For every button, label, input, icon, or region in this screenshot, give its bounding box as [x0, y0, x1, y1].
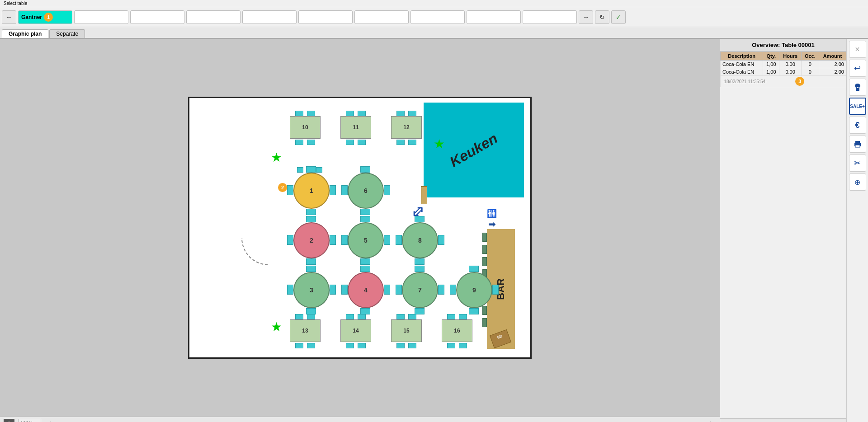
chair	[341, 285, 348, 295]
chair	[307, 314, 315, 319]
close-button[interactable]: ×	[849, 41, 866, 58]
table-5[interactable]: 5	[348, 222, 384, 258]
chair	[447, 343, 455, 348]
svg-rect-2	[857, 87, 859, 88]
tab-separate[interactable]: Separate	[49, 29, 85, 38]
row1-hours: 0.00	[779, 61, 801, 68]
chair	[396, 111, 405, 116]
chair	[396, 285, 402, 295]
table-11[interactable]: 11	[340, 116, 371, 139]
chair	[341, 185, 348, 195]
table-6[interactable]: 6	[348, 173, 384, 209]
chair	[295, 140, 303, 145]
scissors-button[interactable]: ✂	[849, 155, 866, 172]
table-14[interactable]: 14	[340, 319, 371, 342]
chair	[306, 308, 316, 314]
table-12[interactable]: 12	[391, 116, 422, 139]
row2-qty: 1,00	[763, 68, 779, 76]
chair	[459, 343, 467, 348]
table-10[interactable]: 10	[290, 116, 321, 139]
row1-amount: 2,00	[819, 61, 846, 68]
star-icon-1: ★	[271, 150, 282, 165]
overview-title: Overview: Table 00001	[720, 39, 846, 52]
scroll-right-arrow[interactable]: ▶	[708, 420, 716, 422]
table-slot-7[interactable]	[354, 10, 409, 24]
forward-button[interactable]: →	[579, 10, 593, 24]
col-hours: Hours	[779, 52, 801, 61]
active-table-slot[interactable]: Gantner 1	[18, 10, 72, 24]
chair	[346, 140, 354, 145]
chair	[307, 111, 315, 116]
table-slot-8[interactable]	[410, 10, 465, 24]
link-button[interactable]: ⊕	[849, 173, 866, 191]
chair	[459, 314, 467, 319]
timestamp-text: -18/02/2021 11:35:54-	[722, 79, 767, 84]
refresh-button[interactable]: ↻	[595, 10, 609, 24]
chair	[316, 167, 322, 173]
toilet-sign: 🚻 ➡	[487, 209, 497, 230]
bar-stool-3	[482, 257, 487, 266]
chair	[330, 285, 336, 295]
chair	[360, 266, 370, 272]
table-1[interactable]: 1	[293, 173, 330, 209]
select-table-label: Select table	[0, 0, 868, 7]
overview-total-row: Total 2 4,00 €	[720, 418, 846, 422]
table-16[interactable]: 16	[442, 319, 472, 342]
kitchen-label: Keuken	[447, 130, 501, 170]
confirm-button[interactable]: ✓	[611, 10, 626, 24]
toilet-arrow: ➡	[488, 219, 496, 230]
chair	[306, 209, 316, 215]
active-table-name: Gantner	[21, 14, 42, 20]
chair	[287, 235, 293, 245]
chair	[360, 258, 370, 265]
table-slot-6[interactable]	[298, 10, 353, 24]
undo-button[interactable]: ↩	[849, 60, 866, 77]
table-slot-2[interactable]	[74, 10, 128, 24]
badge-3: 3	[795, 77, 804, 86]
table-slot-3[interactable]	[130, 10, 184, 24]
back-button[interactable]: ←	[2, 10, 16, 24]
chair	[415, 258, 425, 265]
table-badge-1: 1	[44, 13, 53, 22]
chair	[438, 235, 444, 245]
table-slot-10[interactable]	[523, 10, 577, 24]
scroll-left-arrow[interactable]: ◀	[45, 420, 52, 422]
table-7[interactable]: 7	[402, 272, 438, 308]
table-row: Coca-Cola EN 1,00 0.00 0 2,00	[721, 68, 846, 76]
chair	[384, 235, 390, 245]
sale-button[interactable]: SALE+	[849, 98, 866, 115]
table-slot-4[interactable]	[186, 10, 241, 24]
chair	[408, 140, 416, 145]
table-4[interactable]: 4	[348, 272, 384, 308]
chair	[384, 185, 390, 195]
chair	[396, 235, 402, 245]
tab-graphic-plan[interactable]: Graphic plan	[2, 29, 48, 38]
chair	[492, 285, 499, 295]
chair	[408, 314, 416, 319]
restaurant-floor-plan: Keuken ⇔ 🚻 ➡ BAR	[188, 97, 532, 359]
table-9[interactable]: 9	[456, 272, 492, 308]
chair	[346, 314, 354, 319]
chair	[415, 266, 425, 272]
table-2[interactable]: 2	[293, 222, 330, 258]
table-8[interactable]: 8	[402, 222, 438, 258]
table-slot-5[interactable]	[242, 10, 297, 24]
chair	[469, 308, 479, 314]
row1-occ: 0	[801, 61, 819, 68]
chair	[307, 140, 315, 145]
table-slot-9[interactable]	[467, 10, 521, 24]
chair	[330, 235, 336, 245]
chair	[360, 308, 370, 314]
zoom-select[interactable]: 102% 75% 100% 125% 150%	[18, 419, 41, 422]
chair	[306, 216, 316, 222]
table-15[interactable]: 15	[391, 319, 422, 342]
table-3[interactable]: 3	[293, 272, 330, 308]
table-13[interactable]: 13	[290, 319, 321, 342]
col-occ: Occ.	[801, 52, 819, 61]
chef-icon	[853, 82, 863, 92]
euro-button[interactable]: €	[849, 117, 866, 134]
chair	[360, 166, 370, 173]
chair	[330, 185, 336, 195]
chef-button[interactable]	[849, 79, 866, 96]
print-button[interactable]	[849, 136, 866, 153]
